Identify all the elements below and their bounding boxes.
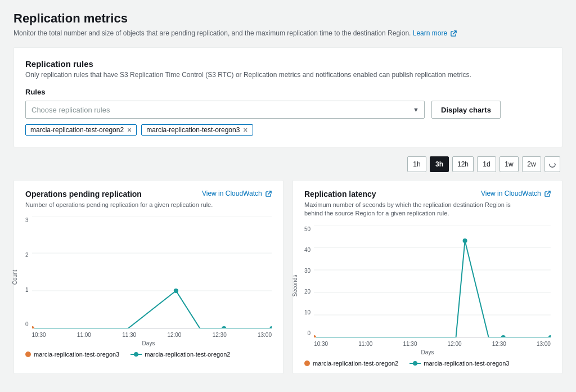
left-cloudwatch-link[interactable]: View in CloudWatch	[202, 190, 272, 197]
y-tick-30-right: 30	[304, 268, 310, 274]
x-tick-1230-left: 12:30	[213, 332, 227, 338]
replication-rules-card: Replication rules Only replication rules…	[14, 47, 562, 147]
x-tick-1030-right: 10:30	[314, 341, 328, 347]
x-tick-1100-left: 11:00	[77, 332, 91, 338]
legend-label-oregon2-right: marcia-replication-test-oregon2	[313, 360, 398, 367]
right-chart-title: Replication latency	[304, 190, 376, 199]
right-chart-svg	[314, 225, 551, 337]
dot-oregon2-peak-left	[173, 289, 178, 293]
time-1h-button[interactable]: 1h	[407, 156, 426, 172]
tag-oregon3: marcia-replication-test-oregon3 ×	[141, 124, 253, 136]
y-axis-label-left: Count	[12, 270, 18, 285]
svg-point-6	[134, 352, 138, 357]
time-1d-button[interactable]: 1d	[477, 156, 496, 172]
line-oregon2-left	[32, 291, 272, 328]
left-chart-legend: marcia-replication-test-oregon3 marcia-r…	[25, 351, 272, 358]
y-tick-0-left: 0	[25, 321, 29, 327]
time-2w-button[interactable]: 2w	[522, 156, 541, 172]
right-cloudwatch-link[interactable]: View in CloudWatch	[481, 190, 551, 197]
y-tick-1-left: 1	[25, 287, 29, 293]
rules-select[interactable]: Choose replication rules	[25, 101, 425, 119]
external-link-icon-right	[544, 191, 551, 197]
x-tick-1130-right: 11:30	[403, 341, 417, 347]
tag-label-oregon3: marcia-replication-test-oregon3	[146, 126, 240, 134]
time-12h-button[interactable]: 12h	[452, 156, 474, 172]
legend-label-oregon3-left: marcia-replication-test-oregon3	[34, 351, 119, 358]
page-title: Replication metrics	[14, 11, 562, 26]
time-3h-button[interactable]: 3h	[430, 156, 449, 172]
x-tick-1130-left: 11:30	[122, 332, 136, 338]
x-tick-1200-right: 12:00	[448, 341, 462, 347]
right-chart-desc: Maximum number of seconds by which the r…	[304, 201, 518, 218]
x-tick-1300-left: 13:00	[258, 332, 272, 338]
legend-dot-oregon2-right	[304, 361, 310, 366]
legend-dot-oregon3-left	[25, 352, 31, 357]
line-oregon3-right	[314, 241, 551, 337]
legend-oregon2-left: marcia-replication-test-oregon2	[130, 351, 230, 358]
legend-line-oregon3-right	[410, 360, 421, 367]
tag-close-oregon3[interactable]: ×	[243, 126, 248, 134]
left-chart-svg	[32, 216, 272, 328]
right-chart-legend: marcia-replication-test-oregon2 marcia-r…	[304, 360, 551, 367]
rules-select-wrapper: Choose replication rules ▼	[25, 101, 425, 119]
time-1w-button[interactable]: 1w	[500, 156, 519, 172]
y-tick-50-right: 50	[304, 226, 310, 232]
svg-point-15	[413, 361, 417, 366]
legend-oregon3-left: marcia-replication-test-oregon3	[25, 351, 119, 358]
right-chart-header: Replication latency View in CloudWatch	[304, 190, 551, 199]
dot-oregon3-left	[32, 326, 34, 328]
time-bar: 1h 3h 12h 1d 1w 2w	[14, 156, 562, 172]
dot-oregon2-2-left	[222, 326, 226, 328]
external-link-icon	[451, 30, 457, 37]
x-axis-label-left: Days	[25, 340, 272, 346]
right-chart-card: Replication latency View in CloudWatch M…	[292, 180, 562, 374]
card-title: Replication rules	[25, 59, 551, 69]
y-axis-label-right: Seconds	[292, 275, 298, 297]
legend-label-oregon2-left: marcia-replication-test-oregon2	[145, 351, 230, 358]
left-chart-card: Operations pending replication View in C…	[14, 180, 284, 374]
x-tick-1200-left: 12:00	[167, 332, 181, 338]
legend-label-oregon3-right: marcia-replication-test-oregon3	[424, 360, 509, 367]
legend-line-oregon2-left	[130, 351, 142, 358]
dot-oregon2-3-left	[269, 326, 272, 328]
card-subtitle: Only replication rules that have S3 Repl…	[25, 71, 551, 79]
tags-row: marcia-replication-test-oregon2 × marcia…	[25, 124, 551, 136]
tag-oregon2: marcia-replication-test-oregon2 ×	[25, 124, 137, 136]
dot-oregon2-right	[314, 335, 316, 337]
legend-oregon2-right: marcia-replication-test-oregon2	[304, 360, 398, 367]
rules-input-row: Choose replication rules ▼ Display chart…	[25, 101, 551, 119]
display-charts-button[interactable]: Display charts	[431, 101, 501, 119]
dot-oregon3-peak-right	[463, 238, 467, 243]
charts-row: Operations pending replication View in C…	[14, 180, 562, 374]
refresh-button[interactable]	[544, 156, 560, 172]
y-tick-10-right: 10	[304, 309, 310, 316]
page-subtitle: Monitor the total number and size of obj…	[14, 29, 562, 37]
learn-more-link[interactable]: Learn more	[413, 29, 457, 37]
tag-label-oregon2: marcia-replication-test-oregon2	[30, 126, 124, 134]
dot-oregon3-3-right	[548, 335, 551, 337]
y-tick-40-right: 40	[304, 247, 310, 253]
y-tick-0-right: 0	[308, 330, 311, 336]
tag-close-oregon2[interactable]: ×	[127, 126, 132, 134]
external-link-icon-left	[266, 191, 272, 197]
y-tick-20-right: 20	[304, 289, 310, 295]
y-tick-3-left: 3	[25, 217, 29, 223]
rules-label: Rules	[25, 88, 551, 96]
x-tick-1300-right: 13:00	[537, 341, 551, 347]
left-chart-header: Operations pending replication View in C…	[25, 190, 272, 199]
x-axis-label-right: Days	[304, 349, 551, 355]
x-tick-1100-right: 11:00	[358, 341, 372, 347]
left-chart-title: Operations pending replication	[25, 190, 142, 199]
dot-oregon3-2-right	[501, 335, 506, 337]
legend-oregon3-right: marcia-replication-test-oregon3	[410, 360, 509, 367]
left-chart-desc: Number of operations pending replication…	[25, 201, 239, 209]
refresh-icon	[548, 160, 556, 168]
y-tick-2-left: 2	[25, 252, 29, 258]
x-tick-1230-right: 12:30	[492, 341, 506, 347]
x-tick-1030-left: 10:30	[32, 332, 46, 338]
